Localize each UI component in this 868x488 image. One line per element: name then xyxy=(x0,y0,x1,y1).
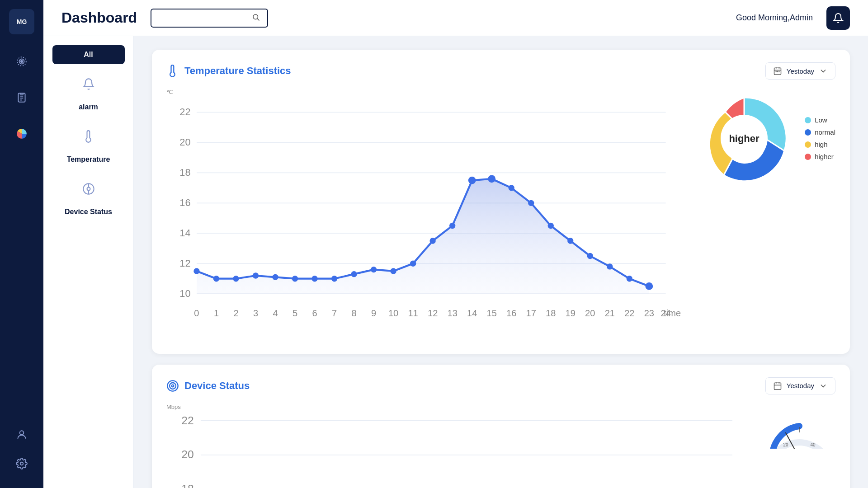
svg-text:10: 10 xyxy=(179,288,190,299)
legend-low: Low xyxy=(805,116,835,124)
svg-text:10: 10 xyxy=(388,308,398,318)
svg-point-56 xyxy=(567,238,573,244)
svg-point-46 xyxy=(371,267,377,272)
svg-text:15: 15 xyxy=(487,308,497,318)
svg-point-92 xyxy=(172,385,174,387)
svg-point-53 xyxy=(509,185,514,191)
svg-text:22: 22 xyxy=(624,308,634,318)
svg-text:9: 9 xyxy=(371,308,376,318)
temperature-card-header: Temperature Statistics Yestoday xyxy=(166,62,835,80)
device-status-card: Device Status Yestoday xyxy=(152,365,850,488)
svg-point-45 xyxy=(351,271,357,277)
legend-dot-normal xyxy=(805,129,811,136)
svg-point-39 xyxy=(233,276,239,282)
svg-text:20: 20 xyxy=(585,308,595,318)
svg-text:20: 20 xyxy=(181,448,193,460)
temperature-chart-area: ℃ 22 20 1 xyxy=(166,89,835,341)
legend-label-normal: normal xyxy=(815,128,835,136)
donut-chart-container: higher Low normal xyxy=(694,89,835,188)
device-chart-area: Mbps 22 20 18 xyxy=(166,404,835,488)
settings-icon[interactable] xyxy=(11,453,33,474)
svg-text:5: 5 xyxy=(292,308,297,318)
svg-point-48 xyxy=(410,261,416,267)
device-status-dropdown[interactable]: Yestoday xyxy=(765,377,835,394)
svg-point-37 xyxy=(193,268,199,274)
svg-text:4: 4 xyxy=(273,308,278,318)
gauge-svg: 40 0 60 20 40 xyxy=(763,404,835,449)
nav-item-device-status[interactable]: Device Status xyxy=(52,202,125,221)
svg-text:18: 18 xyxy=(179,167,190,178)
svg-point-8 xyxy=(20,462,24,465)
content-area: All alarm Temperature xyxy=(43,36,868,488)
svg-point-50 xyxy=(449,223,455,229)
legend-dot-higher xyxy=(805,154,811,160)
main-content: Temperature Statistics Yestoday xyxy=(134,36,868,488)
device-status-card-header: Device Status Yestoday xyxy=(166,377,835,394)
nav-item-alarm[interactable]: alarm xyxy=(52,98,125,117)
svg-text:17: 17 xyxy=(526,308,536,318)
thermometer-icon xyxy=(166,65,179,77)
svg-text:23: 23 xyxy=(644,308,654,318)
search-icon xyxy=(252,13,260,23)
svg-text:13: 13 xyxy=(448,308,458,318)
svg-point-52 xyxy=(488,175,495,183)
legend-dot-low xyxy=(805,117,811,123)
legend-label-high: high xyxy=(815,141,827,148)
donut-chart: higher xyxy=(694,89,794,188)
svg-point-51 xyxy=(468,177,476,184)
svg-text:21: 21 xyxy=(605,308,615,318)
svg-text:1: 1 xyxy=(214,308,219,318)
svg-text:22: 22 xyxy=(179,106,190,117)
device-calendar-icon xyxy=(773,381,782,390)
main-area: Dashboard Good Morning,Admin All xyxy=(43,0,868,488)
nav-item-all[interactable]: All xyxy=(52,45,125,64)
temperature-card-title: Temperature Statistics xyxy=(166,65,291,77)
svg-point-38 xyxy=(213,276,219,282)
notification-button[interactable] xyxy=(826,6,850,30)
device-status-title-text: Device Status xyxy=(184,380,250,392)
svg-point-9 xyxy=(253,14,258,19)
svg-text:18: 18 xyxy=(546,308,556,318)
device-line-chart: 22 20 18 xyxy=(166,412,750,488)
search-input[interactable] xyxy=(159,14,247,22)
alarm-nav-icon xyxy=(78,73,99,95)
temperature-card: Temperature Statistics Yestoday xyxy=(152,50,850,354)
svg-text:7: 7 xyxy=(332,308,337,318)
search-box[interactable] xyxy=(151,9,268,28)
device-y-unit: Mbps xyxy=(166,404,750,410)
svg-point-91 xyxy=(170,383,176,389)
svg-point-59 xyxy=(627,276,632,282)
pie-nav-icon[interactable] xyxy=(11,123,33,145)
svg-text:12: 12 xyxy=(179,258,190,269)
chevron-down-icon xyxy=(819,66,828,75)
svg-point-60 xyxy=(645,282,653,290)
svg-point-43 xyxy=(311,276,317,282)
svg-text:11: 11 xyxy=(408,308,418,318)
temperature-dropdown[interactable]: Yestoday xyxy=(765,62,835,80)
svg-point-12 xyxy=(87,188,90,191)
svg-point-40 xyxy=(253,272,259,278)
svg-text:40: 40 xyxy=(810,442,816,447)
temperature-nav-icon xyxy=(78,126,99,147)
temperature-dropdown-label: Yestoday xyxy=(787,67,814,75)
legend-normal: normal xyxy=(805,128,835,136)
sidebar-bottom xyxy=(11,424,33,488)
camera-nav-icon[interactable] xyxy=(11,51,33,72)
svg-text:time: time xyxy=(664,308,681,318)
clipboard-nav-icon[interactable] xyxy=(11,87,33,108)
svg-text:16: 16 xyxy=(506,308,516,318)
svg-text:0: 0 xyxy=(194,308,199,318)
svg-text:2: 2 xyxy=(233,308,238,318)
svg-text:6: 6 xyxy=(312,308,317,318)
line-chart-container: ℃ 22 20 1 xyxy=(166,89,681,341)
legend-high: high xyxy=(805,141,835,148)
legend-label-higher: higher xyxy=(815,153,834,160)
page-title: Dashboard xyxy=(61,9,137,26)
svg-rect-93 xyxy=(774,383,781,389)
svg-point-41 xyxy=(272,274,278,280)
nav-section-temperature: Temperature xyxy=(52,126,125,169)
user-icon[interactable] xyxy=(11,424,33,446)
nav-item-temperature[interactable]: Temperature xyxy=(52,150,125,169)
svg-point-58 xyxy=(607,263,613,269)
header: Dashboard Good Morning,Admin xyxy=(43,0,868,36)
